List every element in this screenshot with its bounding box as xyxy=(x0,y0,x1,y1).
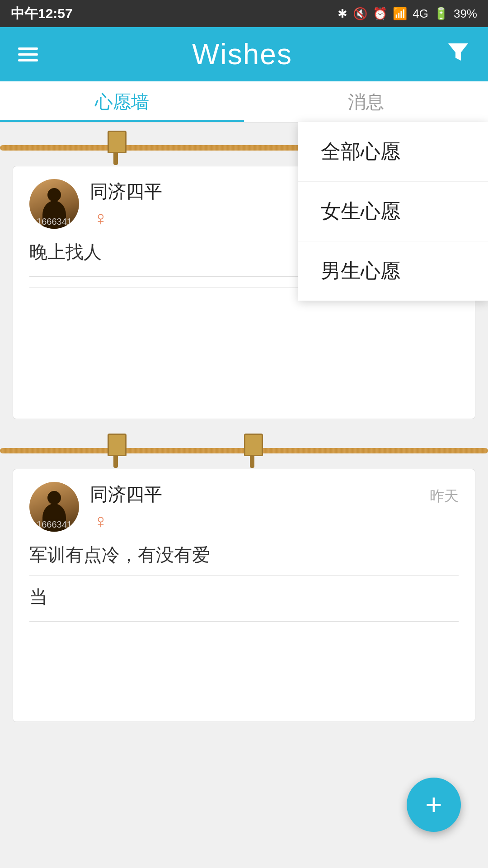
card-content-2: 军训有点冷，有没有爱 当 xyxy=(29,541,459,610)
dropdown-item-male[interactable]: 男生心愿 xyxy=(298,241,488,301)
avatar-label-2: 1666341 xyxy=(29,519,79,530)
card-line-2: 当 xyxy=(29,583,459,610)
filter-button[interactable] xyxy=(446,40,470,69)
tab-wishwall[interactable]: 心愿墙 xyxy=(0,81,244,122)
avatar-1: 1666341 xyxy=(29,179,79,229)
avatar-2: 1666341 xyxy=(29,482,79,532)
pin-1 xyxy=(108,131,124,162)
alarm-icon: ⏰ xyxy=(373,7,387,21)
card-meta-2: 同济四平 昨天 ♀ xyxy=(90,482,459,532)
status-time: 中午12:57 xyxy=(11,5,73,23)
card-username-2: 同济四平 xyxy=(90,482,162,507)
card-line-1: 军训有点冷，有没有爱 xyxy=(29,541,459,576)
app-title: Wishes xyxy=(192,38,292,71)
tab-messages[interactable]: 消息 xyxy=(244,81,488,122)
app-bar: Wishes xyxy=(0,27,488,81)
gender-icon-1: ♀ xyxy=(90,208,112,229)
network-label: 4G xyxy=(413,7,428,21)
card-username-1: 同济四平 xyxy=(90,179,162,204)
status-bar: 中午12:57 ✱ 🔇 ⏰ 📶 4G 🔋 39% xyxy=(0,0,488,27)
wish-card-2: 1666341 同济四平 昨天 ♀ 军训有点冷，有没有爱 当 xyxy=(13,469,475,722)
pin-3 xyxy=(244,434,260,465)
mute-icon: 🔇 xyxy=(353,7,367,21)
signal-icon: 📶 xyxy=(393,7,407,21)
bluetooth-icon: ✱ xyxy=(338,7,347,21)
rope-section-2 xyxy=(0,433,488,469)
menu-button[interactable] xyxy=(18,47,38,61)
filter-dropdown: 全部心愿 女生心愿 男生心愿 xyxy=(298,122,488,301)
battery-icon: 🔋 xyxy=(434,7,448,21)
card-header-2: 1666341 同济四平 昨天 ♀ xyxy=(29,482,459,532)
add-wish-fab[interactable]: + xyxy=(407,778,461,832)
dropdown-item-female[interactable]: 女生心愿 xyxy=(298,182,488,241)
gender-icon-2: ♀ xyxy=(90,510,112,532)
svg-marker-0 xyxy=(448,43,468,61)
battery-label: 39% xyxy=(454,7,477,21)
card-divider-2 xyxy=(29,621,459,622)
card-timestamp-2: 昨天 xyxy=(430,486,459,506)
dropdown-item-all[interactable]: 全部心愿 xyxy=(298,122,488,182)
avatar-label-1: 1666341 xyxy=(29,217,79,227)
pin-2 xyxy=(108,434,124,465)
tab-bar: 心愿墙 消息 xyxy=(0,81,488,123)
status-icons: ✱ 🔇 ⏰ 📶 4G 🔋 39% xyxy=(338,7,477,21)
